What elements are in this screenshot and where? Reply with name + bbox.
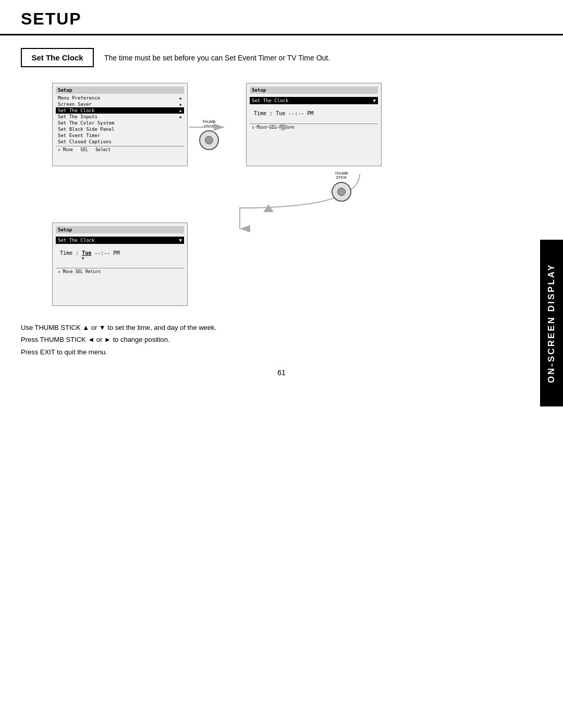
menu-item-3-highlighted: Set The Clock [56,107,184,114]
side-label: ON-SCREEN DISPLAY [540,240,563,406]
thumb-stick-1-label: THUMBSTICK [203,120,216,129]
menu-bottom: ↕ Move SEL Select [56,146,184,153]
thumb-stick-1 [199,130,219,150]
instruction-3: Press EXIT to quit the menu. [21,346,542,358]
thumb-stick-2-label: THUMBSTICK [335,171,348,180]
clock-screen-2-subtitle: Set The Clock ▼ [56,237,184,244]
menu-item-7: Set Event Timer [56,132,184,139]
thumb-stick-2 [332,182,351,202]
clock-intro-text: The time must be set before you can Set … [104,54,330,62]
clock-screen-1-subtitle: Set The Clock ▼ [250,97,378,104]
clock-screen-1-bottom: ↕ Move SEL Return [250,124,378,131]
down-arrow-row [57,202,480,217]
thumb-stick-1-container: THUMBSTICK [199,120,219,150]
page-header: SETUP [0,0,563,35]
menu-item-6: Set Black Side Panel [56,126,184,132]
clock-screen-1-wrapper: Setup Set The Clock ▼ Time : Tue --:-- P… [246,83,382,166]
clock-screen-2-bottom: ↕ Move SEL Return [56,268,184,275]
instructions-block: Use THUMB STICK ▲ or ▼ to set the time, … [21,322,542,358]
clock-screen-2-title: Setup [56,226,184,233]
flow-container: Setup Menu Preference Screen Saver Set T… [52,83,480,306]
bottom-row: Setup Set The Clock ▼ Time : Tue --:-- P… [52,223,480,306]
time-highlighted: Tue [82,250,91,256]
time-prefix: Time : [60,250,82,256]
menu-item-5: Set The Color System [56,120,184,126]
clock-screen-2-time: Time : Tue --:-- PM ▼ [56,247,184,264]
clock-screen-1-title: Setup [250,87,378,94]
page-title: SETUP [21,9,542,29]
flow-top: Setup Menu Preference Screen Saver Set T… [52,83,480,166]
down-arrow-svg [261,202,276,217]
svg-marker-4 [263,204,274,212]
instruction-2: Press THUMB STICK ◄ or ► to change posit… [21,334,542,346]
thumb-stick-1-inner [205,136,213,144]
main-content: Set The Clock The time must be set befor… [0,48,563,358]
clock-screen-2: Setup Set The Clock ▼ Time : Tue --:-- P… [52,223,188,306]
thumb-stick-2-row: THUMBSTICK [203,171,480,202]
thumb-stick-2-inner [337,188,346,196]
diagram-wrapper: Setup Menu Preference Screen Saver Set T… [52,83,542,306]
clock-intro-row: Set The Clock The time must be set befor… [21,48,542,67]
time-suffix: --:-- PM [91,250,119,256]
clock-screen-1: Setup Set The Clock ▼ Time : Tue --:-- P… [246,83,382,166]
instruction-1: Use THUMB STICK ▲ or ▼ to set the time, … [21,322,542,334]
page-number: 61 [0,368,563,387]
menu-item-1: Menu Preference [56,95,184,101]
clock-label-box: Set The Clock [21,48,94,67]
thumb-stick-2-container: THUMBSTICK [332,171,351,202]
menu-item-8: Set Closed Captions [56,139,184,145]
clock-screen-1-time: Time : Tue --:-- PM [250,107,378,119]
menu-item-4: Set The Inputs [56,114,184,120]
menu-screen-title: Setup [56,87,184,94]
menu-screen: Setup Menu Preference Screen Saver Set T… [52,83,188,166]
menu-item-2: Screen Saver [56,101,184,107]
